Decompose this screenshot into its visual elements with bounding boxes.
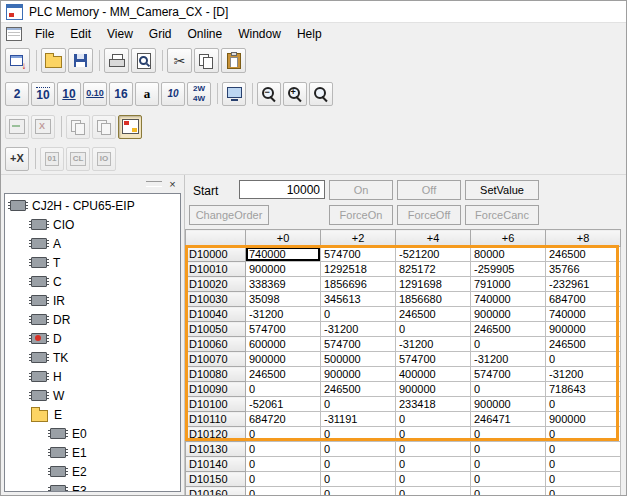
monitor-toggle-button[interactable] <box>118 115 142 139</box>
paste-button[interactable] <box>221 48 246 73</box>
tree-item-e2[interactable]: E2 <box>5 462 180 481</box>
cell-d10140-plus-0[interactable]: 0 <box>246 457 321 472</box>
panel-grip-handle[interactable] <box>146 181 162 187</box>
cell-d10140-plus-2[interactable]: 0 <box>321 457 396 472</box>
row-header-d10120[interactable]: D10120 <box>186 427 246 442</box>
cell-d10130-plus-6[interactable]: 0 <box>471 442 546 457</box>
cell-d10160-plus-6[interactable]: 0 <box>471 487 546 496</box>
row-header-d10150[interactable]: D10150 <box>186 472 246 487</box>
cell-d10050-plus-6[interactable]: 246500 <box>471 322 546 337</box>
tree-item-e3[interactable]: E3 <box>5 481 180 492</box>
cell-d10150-plus-6[interactable]: 0 <box>471 472 546 487</box>
cell-d10070-plus-4[interactable]: 574700 <box>396 352 471 367</box>
cell-d10020-plus-6[interactable]: 791000 <box>471 277 546 292</box>
cell-d10070-plus-8[interactable]: 0 <box>546 352 621 367</box>
tree-item-dr[interactable]: DR <box>5 310 180 329</box>
cell-d10040-plus-0[interactable]: -31200 <box>246 307 321 322</box>
cell-d10080-plus-2[interactable]: 900000 <box>321 367 396 382</box>
cell-d10030-plus-0[interactable]: 35098 <box>246 292 321 307</box>
tree-item-d[interactable]: D <box>5 329 180 348</box>
row-header-d10160[interactable]: D10160 <box>186 487 246 496</box>
row-header-d10050[interactable]: D10050 <box>186 322 246 337</box>
cell-d10030-plus-6[interactable]: 740000 <box>471 292 546 307</box>
hex-format-button[interactable]: 16 <box>109 82 133 106</box>
cell-d10040-plus-8[interactable]: 740000 <box>546 307 621 322</box>
cell-d10030-plus-2[interactable]: 345613 <box>321 292 396 307</box>
row-header-d10010[interactable]: D10010 <box>186 262 246 277</box>
row-header-d10000[interactable]: D10000 <box>186 247 246 262</box>
cell-d10000-plus-4[interactable]: -521200 <box>396 247 471 262</box>
cell-d10120-plus-0[interactable]: 0 <box>246 427 321 442</box>
cell-d10110-plus-2[interactable]: -31191 <box>321 412 396 427</box>
binary-format-button[interactable]: 2 <box>5 82 29 106</box>
menu-online[interactable]: Online <box>180 24 231 44</box>
cell-d10080-plus-0[interactable]: 246500 <box>246 367 321 382</box>
cell-d10040-plus-6[interactable]: 900000 <box>471 307 546 322</box>
tree-item-e1[interactable]: E1 <box>5 443 180 462</box>
cell-d10150-plus-2[interactable]: 0 <box>321 472 396 487</box>
cell-d10070-plus-2[interactable]: 500000 <box>321 352 396 367</box>
cell-d10050-plus-2[interactable]: -31200 <box>321 322 396 337</box>
transfer-to-plc-button[interactable] <box>5 48 30 73</box>
cell-d10120-plus-4[interactable]: 0 <box>396 427 471 442</box>
tree-item-e[interactable]: E <box>5 405 180 424</box>
cell-d10100-plus-6[interactable]: 900000 <box>471 397 546 412</box>
tree-item-t[interactable]: T <box>5 253 180 272</box>
menu-file[interactable]: File <box>27 24 62 44</box>
cell-d10160-plus-2[interactable]: 0 <box>321 487 396 496</box>
cell-d10100-plus-2[interactable]: 0 <box>321 397 396 412</box>
cell-d10040-plus-4[interactable]: 246500 <box>396 307 471 322</box>
cell-d10000-plus-0[interactable]: 740000 <box>246 247 321 262</box>
zoom-out-button[interactable]: − <box>257 82 281 106</box>
cell-d10060-plus-6[interactable]: 0 <box>471 337 546 352</box>
signed-decimal-format-button[interactable]: 0.10 <box>83 82 107 106</box>
tree-item-ir[interactable]: IR <box>5 291 180 310</box>
forceoff-button[interactable]: ForceOff <box>397 205 461 225</box>
setvalue-button[interactable]: SetValue <box>465 180 539 200</box>
row-header-d10060[interactable]: D10060 <box>186 337 246 352</box>
cell-d10000-plus-8[interactable]: 246500 <box>546 247 621 262</box>
cell-d10150-plus-4[interactable]: 0 <box>396 472 471 487</box>
row-header-d10130[interactable]: D10130 <box>186 442 246 457</box>
changeorder-button[interactable]: ChangeOrder <box>189 205 269 225</box>
start-address-input[interactable] <box>239 180 325 199</box>
cell-d10030-plus-8[interactable]: 684700 <box>546 292 621 307</box>
cell-d10090-plus-6[interactable]: 0 <box>471 382 546 397</box>
menu-help[interactable]: Help <box>289 24 330 44</box>
copy-memory-button[interactable] <box>66 115 90 139</box>
menu-view[interactable]: View <box>99 24 141 44</box>
cell-d10090-plus-2[interactable]: 246500 <box>321 382 396 397</box>
forcecanc-button[interactable]: ForceCanc <box>465 205 539 225</box>
cell-d10090-plus-0[interactable]: 0 <box>246 382 321 397</box>
cell-d10140-plus-8[interactable]: 0 <box>546 457 621 472</box>
cell-d10130-plus-4[interactable]: 0 <box>396 442 471 457</box>
row-header-d10070[interactable]: D10070 <box>186 352 246 367</box>
cell-d10110-plus-0[interactable]: 684720 <box>246 412 321 427</box>
cell-d10010-plus-2[interactable]: 1292518 <box>321 262 396 277</box>
cell-d10010-plus-8[interactable]: 35766 <box>546 262 621 277</box>
cell-d10120-plus-6[interactable]: 0 <box>471 427 546 442</box>
tree-item-e0[interactable]: E0 <box>5 424 180 443</box>
cell-d10010-plus-4[interactable]: 825172 <box>396 262 471 277</box>
cell-d10020-plus-8[interactable]: -232961 <box>546 277 621 292</box>
cell-d10150-plus-0[interactable]: 0 <box>246 472 321 487</box>
tree-item-tk[interactable]: TK <box>5 348 180 367</box>
copy-button[interactable] <box>194 48 219 73</box>
print-button[interactable] <box>104 48 129 73</box>
text-format-button[interactable]: a <box>135 82 159 106</box>
cell-d10020-plus-4[interactable]: 1291698 <box>396 277 471 292</box>
cell-d10060-plus-8[interactable]: 246500 <box>546 337 621 352</box>
cell-d10130-plus-0[interactable]: 0 <box>246 442 321 457</box>
cell-d10130-plus-2[interactable]: 0 <box>321 442 396 457</box>
row-header-d10080[interactable]: D10080 <box>186 367 246 382</box>
cell-d10120-plus-8[interactable]: 0 <box>546 427 621 442</box>
cell-d10140-plus-4[interactable]: 0 <box>396 457 471 472</box>
cell-d10080-plus-4[interactable]: 400000 <box>396 367 471 382</box>
cell-d10040-plus-2[interactable]: 0 <box>321 307 396 322</box>
cell-d10070-plus-0[interactable]: 900000 <box>246 352 321 367</box>
zoom-in-button[interactable]: + <box>283 82 307 106</box>
save-button[interactable] <box>68 48 93 73</box>
row-header-d10040[interactable]: D10040 <box>186 307 246 322</box>
cell-d10080-plus-8[interactable]: -31200 <box>546 367 621 382</box>
cell-d10060-plus-2[interactable]: 574700 <box>321 337 396 352</box>
